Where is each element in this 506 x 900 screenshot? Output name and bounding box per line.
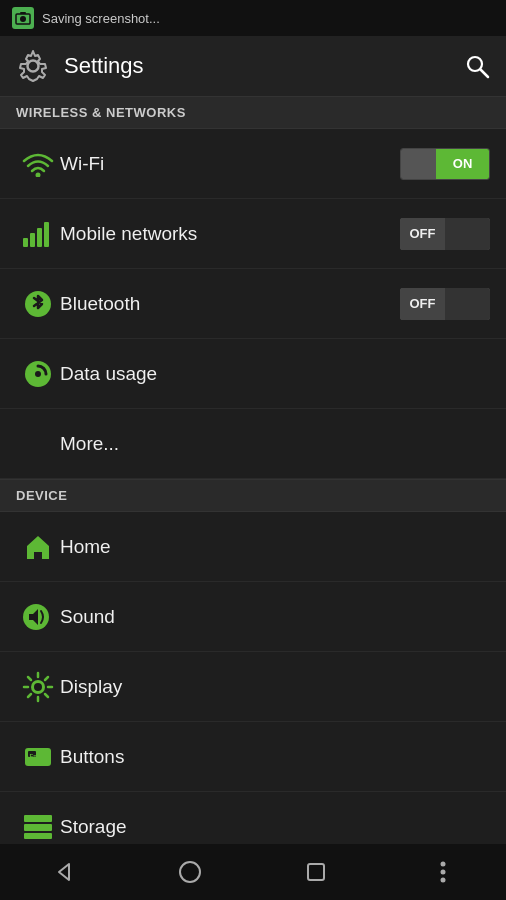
svg-rect-34 [308,864,324,880]
svg-line-5 [481,70,489,78]
setting-item-display[interactable]: Display [0,652,506,722]
nav-menu-button[interactable] [413,844,473,900]
app-bar-title: Settings [64,53,144,79]
svg-rect-31 [24,833,52,839]
svg-marker-32 [59,864,69,880]
svg-rect-10 [44,222,49,247]
storage-icon [16,814,60,840]
svg-text:Fn: Fn [30,752,38,758]
svg-rect-7 [23,238,28,247]
home-label: Home [60,536,490,558]
svg-rect-2 [20,12,26,14]
display-icon [16,671,60,703]
search-icon[interactable] [464,53,490,79]
signal-icon [16,220,60,248]
wifi-label: Wi-Fi [60,153,400,175]
storage-label: Storage [60,816,490,838]
screenshot-icon [12,7,34,29]
svg-point-13 [35,371,41,377]
settings-scroll-area: WIRELESS & NETWORKS Wi-Fi ON [0,96,506,844]
svg-point-17 [34,683,42,691]
display-label: Display [60,676,490,698]
nav-bar [0,844,506,900]
home-icon [16,532,60,562]
more-label: More... [60,433,490,455]
sound-icon [16,602,60,632]
bluetooth-label: Bluetooth [60,293,400,315]
svg-line-25 [28,694,31,697]
svg-point-3 [28,61,39,72]
wifi-icon [16,151,60,177]
nav-back-button[interactable] [33,844,93,900]
mobile-networks-label: Mobile networks [60,223,400,245]
svg-point-36 [440,870,445,875]
nav-home-button[interactable] [160,844,220,900]
setting-item-data-usage[interactable]: Data usage [0,339,506,409]
svg-line-23 [45,694,48,697]
setting-item-sound[interactable]: Sound [0,582,506,652]
nav-recent-button[interactable] [286,844,346,900]
data-usage-label: Data usage [60,363,490,385]
buttons-icon: Fn [16,742,60,772]
wifi-toggle[interactable]: ON [400,148,490,180]
svg-rect-8 [30,233,35,247]
svg-point-37 [440,878,445,883]
device-settings-list: Home Sound [0,512,506,844]
status-bar-text: Saving screenshot... [42,11,160,26]
section-header-wireless: WIRELESS & NETWORKS [0,96,506,129]
data-usage-icon [16,359,60,389]
svg-point-33 [180,862,200,882]
section-header-device: DEVICE [0,479,506,512]
settings-icon [16,49,50,83]
bluetooth-toggle[interactable]: OFF [400,288,490,320]
buttons-label: Buttons [60,746,490,768]
setting-item-wifi[interactable]: Wi-Fi ON [0,129,506,199]
mobile-networks-toggle[interactable]: OFF [400,218,490,250]
setting-item-more[interactable]: More... [0,409,506,479]
svg-line-22 [28,677,31,680]
sound-label: Sound [60,606,490,628]
svg-line-24 [45,677,48,680]
svg-rect-9 [37,228,42,247]
app-bar: Settings [0,36,506,96]
app-bar-left: Settings [16,49,144,83]
svg-rect-29 [24,815,52,822]
svg-point-1 [20,16,26,22]
wireless-settings-list: Wi-Fi ON Mobile networks [0,129,506,479]
setting-item-storage[interactable]: Storage [0,792,506,844]
setting-item-bluetooth[interactable]: Bluetooth OFF [0,269,506,339]
setting-item-home[interactable]: Home [0,512,506,582]
setting-item-mobile-networks[interactable]: Mobile networks OFF [0,199,506,269]
svg-rect-30 [24,824,52,831]
status-bar: Saving screenshot... [0,0,506,36]
svg-point-35 [440,862,445,867]
svg-point-6 [36,172,41,177]
setting-item-buttons[interactable]: Fn Buttons [0,722,506,792]
bluetooth-icon [16,288,60,320]
